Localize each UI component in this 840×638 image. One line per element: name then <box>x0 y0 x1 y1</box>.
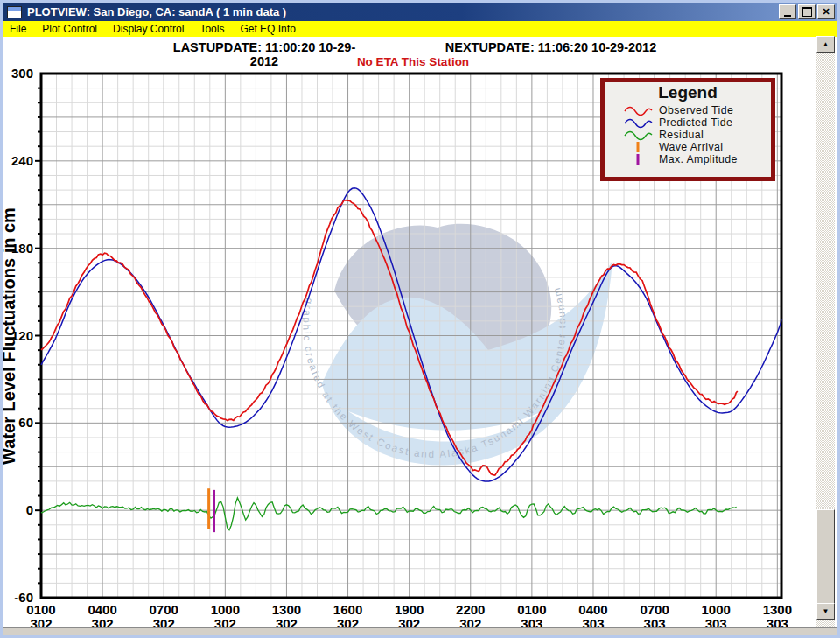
legend-line-icon <box>617 129 659 141</box>
scrollbar-thumb[interactable] <box>816 509 835 607</box>
svg-text:1300: 1300 <box>763 602 792 617</box>
eta-notice: No ETA This Station <box>326 55 500 68</box>
scroll-up-button[interactable]: ▲ <box>816 36 835 53</box>
legend-item: Predicted Tide <box>605 116 771 129</box>
legend-item-label: Predicted Tide <box>659 116 732 129</box>
window-title: PLOTVIEW: San Diego, CA: sandA ( 1 min d… <box>27 5 286 18</box>
menu-tools[interactable]: Tools <box>200 23 224 35</box>
svg-text:-60: -60 <box>14 590 33 605</box>
title-bar[interactable]: PLOTVIEW: San Diego, CA: sandA ( 1 min d… <box>3 3 837 21</box>
legend-item-label: Wave Arrival <box>659 141 723 153</box>
svg-text:240: 240 <box>11 153 33 168</box>
minimize-button[interactable] <box>779 4 796 19</box>
legend-bar-icon <box>617 141 659 153</box>
menu-display-control[interactable]: Display Control <box>113 23 184 35</box>
window-bottom-edge <box>3 627 837 635</box>
legend-item: Wave Arrival <box>605 141 771 153</box>
scroll-down-button[interactable]: ▼ <box>816 603 835 620</box>
maximize-icon <box>802 7 812 17</box>
legend-bar-icon <box>617 153 659 165</box>
legend-item-label: Residual <box>659 129 704 141</box>
menu-plot-control[interactable]: Plot Control <box>42 23 97 35</box>
legend-item: Residual <box>605 129 771 141</box>
close-icon: ✕ <box>822 7 830 17</box>
svg-text:1000: 1000 <box>211 602 240 617</box>
legend-line-icon <box>617 104 659 116</box>
close-button[interactable]: ✕ <box>817 4 835 19</box>
legend-item: Observed Tide <box>605 104 771 116</box>
menu-bar: File Plot Control Display Control Tools … <box>3 21 837 37</box>
menu-file[interactable]: File <box>10 23 26 35</box>
svg-text:1000: 1000 <box>702 602 731 617</box>
nextupdate-text: NEXTUPDATE: 11:06:20 10-29-2012 <box>444 40 658 54</box>
svg-text:1300: 1300 <box>272 602 301 617</box>
svg-text:0100: 0100 <box>26 602 55 617</box>
svg-text:0700: 0700 <box>150 602 178 617</box>
svg-text:0: 0 <box>26 502 33 517</box>
svg-text:120: 120 <box>11 328 33 343</box>
app-icon <box>7 6 22 18</box>
y-axis-title: Water Level Fluctuations in cm <box>3 207 18 465</box>
plotview-window: PLOTVIEW: San Diego, CA: sandA ( 1 min d… <box>0 0 840 638</box>
svg-text:1900: 1900 <box>395 602 424 617</box>
svg-text:0400: 0400 <box>88 602 116 617</box>
maximize-button[interactable] <box>798 4 816 19</box>
svg-text:2200: 2200 <box>456 602 485 617</box>
svg-text:300: 300 <box>11 66 33 81</box>
svg-text:60: 60 <box>18 415 33 430</box>
legend-item: Max. Amplitude <box>605 153 771 165</box>
menu-get-eq-info[interactable]: Get EQ Info <box>240 23 295 35</box>
legend-line-icon <box>617 116 659 129</box>
legend-box: Legend Observed TidePredicted TideResidu… <box>600 78 775 181</box>
legend-title: Legend <box>605 83 771 102</box>
svg-text:0400: 0400 <box>578 602 607 617</box>
minimize-icon <box>784 15 791 17</box>
arrow-up-icon: ▲ <box>822 40 830 48</box>
svg-text:0100: 0100 <box>517 602 546 617</box>
vertical-scrollbar[interactable]: ▲ ▼ <box>816 36 835 628</box>
arrow-down-icon: ▼ <box>822 607 830 615</box>
legend-item-label: Max. Amplitude <box>659 153 738 165</box>
svg-text:1600: 1600 <box>333 602 362 617</box>
legend-item-label: Observed Tide <box>659 104 733 116</box>
svg-text:0700: 0700 <box>640 602 668 617</box>
svg-text:180: 180 <box>11 241 33 256</box>
